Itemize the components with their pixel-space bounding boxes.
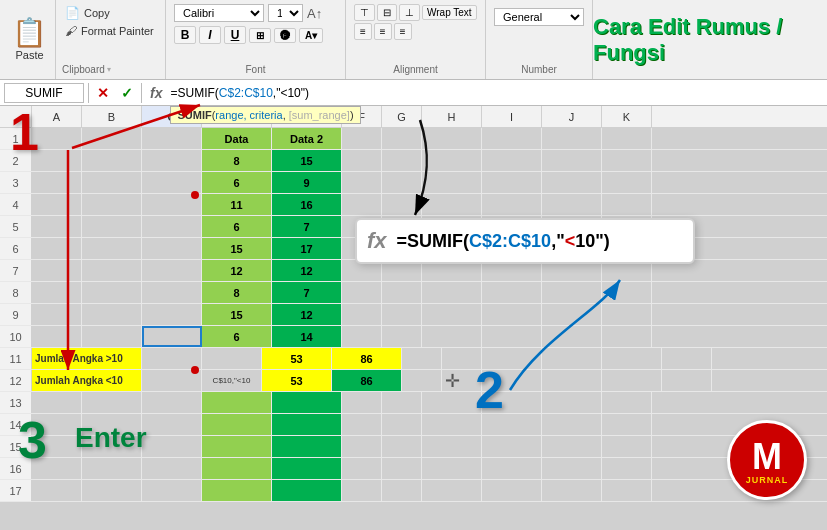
cell-a1[interactable] [32, 128, 82, 149]
name-box[interactable] [4, 83, 84, 103]
table-row: 9 15 12 [0, 304, 827, 326]
cell-g1[interactable] [382, 128, 422, 149]
copy-icon: 📄 [65, 6, 80, 20]
formula-divider [88, 83, 89, 103]
table-row: 12 Jumlah Angka <10 C$10,"<10 53 86 [0, 370, 827, 392]
align-bottom-button[interactable]: ⊥ [399, 4, 420, 21]
font-top-row: Calibri 12 A↑ [174, 4, 337, 22]
align-center-button[interactable]: ≡ [374, 23, 392, 40]
underline-button[interactable]: U [224, 26, 246, 44]
cell-j1[interactable] [542, 128, 602, 149]
format-painter-button[interactable]: 🖌 Format Painter [62, 22, 159, 40]
formula-text: =SUMIF(C$2:C$10,"<10") [170, 86, 309, 100]
cell-e1[interactable]: Data 2 [272, 128, 342, 149]
table-row: 5 6 7 [0, 216, 827, 238]
confirm-button[interactable]: ✓ [117, 84, 137, 102]
formula-input-area[interactable]: =SUMIF(C$2:C$10,"<10") SUMIF(range, crit… [170, 86, 823, 100]
cell-f2[interactable] [342, 150, 382, 171]
font-color-button[interactable]: A▾ [299, 28, 323, 43]
font-name-select[interactable]: Calibri [174, 4, 264, 22]
table-row: 15 [0, 436, 827, 458]
table-row: 16 [0, 458, 827, 480]
number-format-select[interactable]: General [494, 8, 584, 26]
col-header-b[interactable]: B [82, 106, 142, 127]
wrap-text-button[interactable]: Wrap Text [422, 5, 477, 20]
cell-b2[interactable] [82, 150, 142, 171]
cell-h1[interactable] [422, 128, 482, 149]
table-row: 13 [0, 392, 827, 414]
spreadsheet-container: A B C D E F G H I J K 1 Data Data 2 2 [0, 106, 827, 502]
table-row: 7 12 12 [0, 260, 827, 282]
cell-c2[interactable] [142, 150, 202, 171]
fx-icon: fx [146, 85, 166, 101]
formula-divider2 [141, 83, 142, 103]
table-row: 6 15 17 [0, 238, 827, 260]
column-header-row: A B C D E F G H I J K [0, 106, 827, 128]
paste-icon: 📋 [12, 19, 47, 47]
ribbon-title-area: Cara Edit Rumus / Fungsi [593, 0, 823, 79]
clipboard-group: 📄 Copy 🖌 Format Painter Clipboard ▾ [56, 0, 166, 79]
table-row: 17 [0, 480, 827, 502]
cell-g2[interactable] [382, 150, 422, 171]
font-group-label: Font [174, 64, 337, 75]
clipboard-expand-icon[interactable]: ▾ [107, 65, 111, 74]
cell-e2[interactable]: 15 [272, 150, 342, 171]
bold-button[interactable]: B [174, 26, 196, 44]
cancel-button[interactable]: ✕ [93, 84, 113, 102]
italic-button[interactable]: I [199, 26, 221, 44]
cell-i2[interactable] [482, 150, 542, 171]
number-group-label: Number [494, 64, 584, 75]
formula-tooltip: SUMIF(range, criteria, [sum_range]) [170, 106, 360, 124]
cell-d2[interactable]: 8 [202, 150, 272, 171]
col-header-j[interactable]: J [542, 106, 602, 127]
cell-c1[interactable] [142, 128, 202, 149]
col-header-i[interactable]: I [482, 106, 542, 127]
col-header-h[interactable]: H [422, 106, 482, 127]
page-title: Cara Edit Rumus / Fungsi [593, 14, 813, 66]
table-row: 4 11 16 [0, 194, 827, 216]
cell-i1[interactable] [482, 128, 542, 149]
format-painter-label: Format Painter [81, 25, 154, 37]
alignment-top-row: ⊤ ⊟ ⊥ Wrap Text [354, 4, 477, 21]
col-header-a[interactable]: A [32, 106, 82, 127]
clipboard-label: Clipboard ▾ [62, 62, 159, 75]
col-header-k[interactable]: K [602, 106, 652, 127]
copy-label: Copy [84, 7, 110, 19]
table-row: 10 6 14 [0, 326, 827, 348]
align-top-button[interactable]: ⊤ [354, 4, 375, 21]
align-right-button[interactable]: ≡ [394, 23, 412, 40]
cell-d1[interactable]: Data [202, 128, 272, 149]
font-size-select[interactable]: 12 [268, 4, 303, 22]
cell-a2[interactable] [32, 150, 82, 171]
paste-label: Paste [15, 49, 43, 61]
cell-f1[interactable] [342, 128, 382, 149]
table-row: 3 6 9 [0, 172, 827, 194]
fill-color-button[interactable]: 🅐 [274, 28, 296, 43]
cell-k2[interactable] [602, 150, 652, 171]
alignment-group-label: Alignment [354, 64, 477, 75]
align-middle-button[interactable]: ⊟ [377, 4, 397, 21]
cell-j2[interactable] [542, 150, 602, 171]
formula-bar: ✕ ✓ fx =SUMIF(C$2:C$10,"<10") SUMIF(rang… [0, 80, 827, 106]
alignment-group: ⊤ ⊟ ⊥ Wrap Text ≡ ≡ ≡ Alignment [346, 0, 486, 79]
table-row: 1 Data Data 2 [0, 128, 827, 150]
border-button[interactable]: ⊞ [249, 28, 271, 43]
cell-h2[interactable] [422, 150, 482, 171]
number-group: General Number [486, 0, 593, 79]
table-row: 8 8 7 [0, 282, 827, 304]
cell-b1[interactable] [82, 128, 142, 149]
col-header-g[interactable]: G [382, 106, 422, 127]
align-left-button[interactable]: ≡ [354, 23, 372, 40]
ribbon: 📋 Paste 📄 Copy 🖌 Format Painter Clipboar… [0, 0, 827, 80]
font-btn-row: B I U ⊞ 🅐 A▾ [174, 26, 337, 44]
table-row: 11 Jumlah Angka >10 53 86 [0, 348, 827, 370]
row-num-header [0, 106, 32, 127]
table-row: 14 [0, 414, 827, 436]
increase-font-icon[interactable]: A↑ [307, 6, 322, 21]
table-row: 2 8 15 [0, 150, 827, 172]
copy-button[interactable]: 📄 Copy [62, 4, 159, 22]
alignment-bottom-row: ≡ ≡ ≡ [354, 23, 477, 40]
paste-button[interactable]: 📋 Paste [4, 0, 56, 79]
sheet-body: 1 Data Data 2 2 8 15 [0, 128, 827, 502]
cell-k1[interactable] [602, 128, 652, 149]
